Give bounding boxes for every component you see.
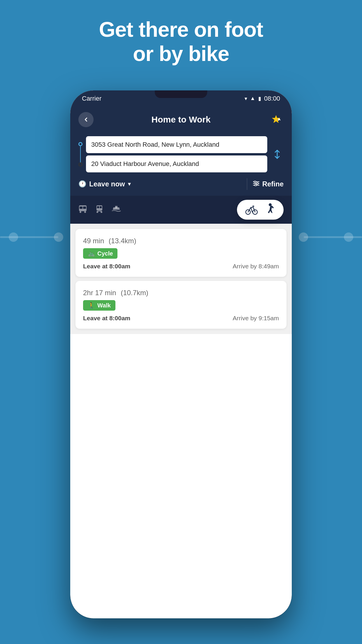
carrier-label: Carrier — [82, 95, 101, 102]
status-icons: ▾ ▲ ▮ 08:00 — [245, 95, 280, 102]
bg-dot-right — [299, 232, 308, 242]
back-button[interactable] — [78, 112, 94, 127]
clock-icon: 🕐 — [78, 180, 86, 188]
svg-rect-16 — [100, 206, 102, 208]
phone-frame: Carrier ▾ ▲ ▮ 08:00 Home to Work — [70, 90, 292, 618]
leave-now-label: Leave now — [89, 180, 125, 188]
route-line — [80, 146, 81, 162]
result-card-walk[interactable]: 2hr 17 min (10.7km) 🚶 Walk Leave at 8:00… — [75, 281, 287, 329]
page-headline: Get there on foot or by bike — [0, 18, 362, 66]
signal-icon: ▲ — [250, 95, 255, 102]
result-card-cycle[interactable]: 49 min (13.4km) 🚲 Cycle Leave at 8:00am … — [75, 229, 287, 277]
star-edit-button[interactable] — [268, 112, 284, 127]
svg-point-12 — [80, 211, 81, 213]
svg-point-13 — [84, 211, 86, 213]
route-inputs: 3053 Great North Road, New Lynn, Aucklan… — [70, 133, 292, 172]
bg-dot-far-left — [9, 232, 18, 242]
walk-footer: Leave at 8:00am Arrive by 9:15am — [83, 315, 279, 322]
route-dots — [78, 136, 82, 172]
train-mode-icon[interactable] — [95, 205, 103, 215]
svg-rect-15 — [97, 206, 99, 208]
cycle-leave-time: Leave at 8:00am — [83, 263, 130, 270]
walk-leave-time: Leave at 8:00am — [83, 315, 130, 322]
refine-button[interactable]: Refine — [253, 177, 284, 191]
svg-point-23 — [253, 206, 254, 207]
svg-rect-11 — [83, 206, 86, 209]
svg-point-6 — [254, 181, 256, 183]
origin-dot — [78, 142, 82, 146]
bike-mode-icon[interactable] — [245, 203, 258, 216]
controls-divider — [247, 178, 247, 190]
cycle-badge: 🚲 Cycle — [83, 248, 117, 259]
svg-point-7 — [256, 183, 258, 184]
bg-dot-far-right — [344, 232, 353, 242]
walk-badge-icon: 🚶 — [88, 302, 95, 309]
svg-point-24 — [269, 203, 272, 206]
bg-line-right — [304, 236, 362, 238]
phone-notch — [155, 90, 207, 98]
controls-bar: 🕐 Leave now ▾ Refine — [70, 172, 292, 196]
time-label: 08:00 — [264, 95, 280, 102]
walk-mode-icon[interactable] — [265, 203, 275, 216]
phone-screen: Carrier ▾ ▲ ▮ 08:00 Home to Work — [70, 90, 292, 618]
battery-icon: ▮ — [258, 95, 261, 102]
origin-field[interactable]: 3053 Great North Road, New Lynn, Aucklan… — [86, 136, 267, 153]
leave-now-button[interactable]: 🕐 Leave now ▾ — [78, 177, 241, 191]
cycle-arrive-time: Arrive by 8:49am — [233, 263, 279, 270]
walk-arrive-time: Arrive by 9:15am — [233, 315, 279, 322]
cycle-duration: 49 min (13.4km) — [83, 236, 279, 245]
chevron-down-icon: ▾ — [128, 181, 131, 187]
svg-rect-10 — [80, 206, 82, 209]
svg-rect-20 — [115, 206, 117, 208]
refine-label: Refine — [262, 180, 284, 188]
bus-mode-icon[interactable] — [78, 205, 87, 215]
app-header: Home to Work — [70, 106, 292, 133]
walk-badge: 🚶 Walk — [83, 300, 115, 311]
ferry-mode-icon[interactable] — [112, 205, 121, 215]
filter-icon — [253, 181, 259, 188]
screen-title: Home to Work — [94, 115, 268, 125]
destination-field[interactable]: 20 Viaduct Harbour Avenue, Auckland — [86, 155, 267, 172]
cycle-badge-icon: 🚲 — [88, 250, 95, 257]
wifi-icon: ▾ — [245, 95, 247, 102]
route-fields: 3053 Great North Road, New Lynn, Aucklan… — [86, 136, 267, 172]
cycle-footer: Leave at 8:00am Arrive by 8:49am — [83, 263, 279, 270]
walk-duration: 2hr 17 min (10.7km) — [83, 288, 279, 297]
transport-bar — [70, 196, 292, 224]
transport-mode-wrapper — [70, 196, 292, 224]
dest-dot — [78, 162, 82, 167]
bg-dot-left — [54, 232, 63, 242]
swap-button[interactable] — [271, 136, 284, 172]
svg-point-8 — [255, 184, 256, 186]
results-list: 49 min (13.4km) 🚲 Cycle Leave at 8:00am … — [70, 224, 292, 334]
